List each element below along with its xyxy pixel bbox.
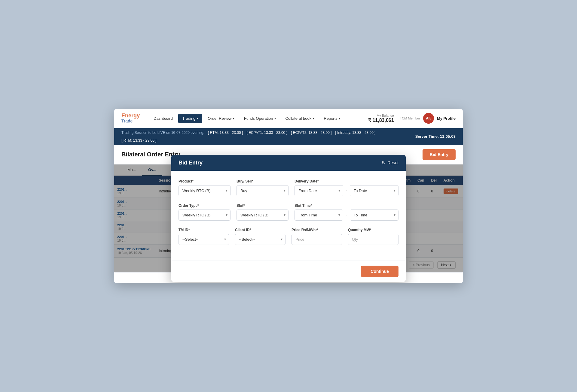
tm-id-group: TM ID* --Select-- ▾ [179,228,229,245]
client-id-label: Client ID* [235,228,285,232]
to-time-wrapper: To Time ▾ [350,210,398,221]
slot-select[interactable]: Weekly RTC (B) [237,210,288,221]
client-id-wrapper: --Select-- ▾ [235,234,285,245]
nav-right: My Balance ₹ 11,83,061 TCM Member AK My … [368,113,456,124]
modal-overlay: Bid Entry ↻ Reset Product* [114,164,463,272]
nav-funds-operation[interactable]: Funds Operation ▾ [240,114,280,123]
nav-dashboard[interactable]: Dashboard [149,114,177,123]
date-dash: - [346,188,347,193]
brand: Energy Trade [121,113,140,123]
ticker-left: Trading Session to be LIVE on 16-07-2020… [121,131,413,143]
reset-icon: ↻ [382,160,386,166]
client-id-group: Client ID* --Select-- ▾ [235,228,285,245]
balance-section: My Balance ₹ 11,83,061 [368,114,394,123]
modal-footer: Continue [171,261,406,282]
quantity-label: Quantity MW* [348,228,398,232]
product-group: Product* Weekly RTC (B) ▾ [179,179,230,196]
tm-id-select[interactable]: --Select-- [179,234,229,245]
from-time-wrapper: From Time ▾ [295,210,343,221]
chevron-down-icon: ▾ [339,117,340,120]
nav-order-review[interactable]: Order Review ▾ [203,114,238,123]
from-date-wrapper: From Date ▾ [295,185,343,196]
slot-label: Slot* [237,204,288,208]
ticker-item-intraday: [ Intraday: 13:33 - 23:00 ] [335,131,376,135]
chevron-down-icon: ▾ [233,117,234,120]
price-label: Price Rs/MWhr* [292,228,342,232]
form-row-3: TM ID* --Select-- ▾ Client ID* [179,228,398,245]
quantity-input[interactable] [348,234,398,245]
tcm-section: TCM Member AK My Profile [400,113,456,124]
nav-items: Dashboard Trading ▾ Order Review ▾ Funds… [149,114,368,123]
balance-value: ₹ 11,83,061 [368,117,394,123]
ticker-item-rtm2: [ RTM: 13:33 - 23:00 ] [121,138,157,143]
order-type-wrapper: Weekly RTC (B) ▾ [179,210,230,221]
to-date-wrapper: To Date ▾ [350,185,398,196]
ticker-label: Trading Session to be LIVE on 16-07-2020… [121,131,204,135]
from-date-select[interactable]: From Date [295,185,343,196]
server-time: Server Time: 11:05:03 [415,134,456,139]
buy-sell-group: Buy/ Sell* Buy Sell ▾ [237,179,288,196]
delivery-date-group: Delivery Date* From Date ▾ - [295,179,398,196]
order-type-group: Order Type* Weekly RTC (B) ▾ [179,204,230,221]
slot-time-inputs: From Time ▾ - To Time ▾ [295,210,398,221]
tm-id-label: TM ID* [179,228,229,232]
delivery-date-inputs: From Date ▾ - To Date ▾ [295,185,398,196]
bid-entry-button[interactable]: Bid Entry [423,149,456,160]
chevron-down-icon: ▾ [197,117,198,120]
brand-energy: Energy [121,113,140,119]
product-select-wrapper: Weekly RTC (B) ▾ [179,185,230,196]
form-row-2: Order Type* Weekly RTC (B) ▾ S [179,204,398,221]
order-type-select[interactable]: Weekly RTC (B) [179,210,230,221]
to-date-select[interactable]: To Date [350,185,398,196]
continue-button[interactable]: Continue [361,266,398,277]
main-content: Ma... Ov... Session TM CM Delivery Date … [114,164,463,272]
from-time-select[interactable]: From Time [295,210,343,221]
slot-wrapper: Weekly RTC (B) ▾ [237,210,288,221]
ticker-item-ecpat2: [ ECPAT2: 13:33 - 23:00 ] [291,131,332,135]
my-profile[interactable]: My Profile [437,116,456,121]
tcm-label: TCM Member [400,116,420,120]
modal-body: Product* Weekly RTC (B) ▾ Buy/ [171,171,406,261]
avatar: AK [423,113,434,124]
slot-group: Slot* Weekly RTC (B) ▾ [237,204,288,221]
product-select[interactable]: Weekly RTC (B) [179,185,230,196]
navbar: Energy Trade Dashboard Trading ▾ Order R… [114,109,463,128]
price-group: Price Rs/MWhr* [292,228,342,245]
nav-collateral-book[interactable]: Collateral book ▾ [281,114,319,123]
modal-header: Bid Entry ↻ Reset [171,155,406,171]
chevron-down-icon: ▾ [274,117,276,120]
ticker-bar: Trading Session to be LIVE on 16-07-2020… [114,128,463,145]
quantity-group: Quantity MW* [348,228,398,245]
brand-trade: Trade [121,119,140,123]
form-row-1: Product* Weekly RTC (B) ▾ Buy/ [179,179,398,196]
to-time-select[interactable]: To Time [350,210,398,221]
buy-sell-select[interactable]: Buy Sell [237,185,288,196]
client-id-select[interactable]: --Select-- [235,234,285,245]
balance-label: My Balance [368,114,394,117]
ticker-item-rtm1: [ RTM: 13:33 - 23:00 ] [208,131,243,135]
bid-entry-modal: Bid Entry ↻ Reset Product* [171,155,406,282]
nav-trading[interactable]: Trading ▾ [178,114,203,123]
tm-id-wrapper: --Select-- ▾ [179,234,229,245]
reset-button[interactable]: ↻ Reset [382,160,398,166]
product-label: Product* [179,179,230,183]
price-input[interactable] [292,234,342,245]
delivery-date-label: Delivery Date* [295,179,398,183]
time-dash: - [346,212,347,218]
ticker-item-ecpat1: [ ECPAT1: 13:33 - 23:00 ] [246,131,287,135]
chevron-down-icon: ▾ [313,117,314,120]
order-type-label: Order Type* [179,204,230,208]
nav-reports[interactable]: Reports ▾ [319,114,344,123]
slot-time-label: Slot Time* [295,204,398,208]
modal-title: Bid Entry [179,160,203,166]
buy-sell-select-wrapper: Buy Sell ▾ [237,185,288,196]
buy-sell-label: Buy/ Sell* [237,179,288,183]
slot-time-group: Slot Time* From Time ▾ - [295,204,398,221]
